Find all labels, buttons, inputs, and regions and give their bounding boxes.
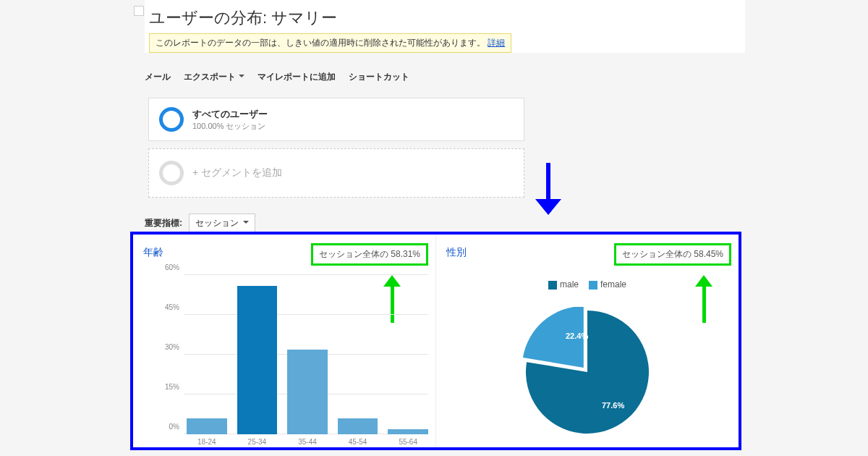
shortcut-button[interactable]: ショートカット: [349, 71, 409, 83]
age-xlabel-25-34: 25-34: [237, 438, 278, 446]
age-xlabel-45-54: 45-54: [338, 438, 378, 446]
legend-male: male: [548, 279, 579, 290]
metric-row: 重要指標: セッション: [145, 214, 255, 233]
age-xlabel-35-44: 35-44: [287, 438, 328, 446]
report-header: ユーザーの分布: サマリー このレポートのデータの一部は、しきい値の適用時に削除…: [145, 0, 745, 53]
pie-label-female: 22.4%: [566, 332, 588, 340]
threshold-warning-banner: このレポートのデータの一部は、しきい値の適用時に削除された可能性があります。 詳…: [149, 33, 511, 53]
age-bar-18-24[interactable]: [187, 418, 227, 434]
segment-ring-icon: [159, 107, 184, 132]
gender-legend: male female: [548, 279, 626, 290]
gender-chart-panel: 性別 セッション全体の 58.45% male female 77.6% 22.…: [436, 235, 739, 447]
charts-highlight-frame: 年齢 セッション全体の 58.31% 0% 15% 30% 45% 60% 18…: [130, 232, 741, 450]
legend-female: female: [589, 279, 626, 290]
age-bar-35-44[interactable]: [287, 350, 328, 434]
banner-text: このレポートのデータの一部は、しきい値の適用時に削除された可能性があります。: [156, 38, 485, 48]
age-bar-55-64[interactable]: [388, 429, 428, 434]
segment-all-users[interactable]: すべてのユーザー 100.00% セッション: [148, 98, 524, 141]
age-bar-45-54[interactable]: [338, 418, 378, 434]
metric-label: 重要指標:: [145, 218, 182, 228]
segment-sub: 100.00% セッション: [192, 121, 268, 132]
segment-label: すべてのユーザー: [192, 108, 268, 121]
add-segment-label: + セグメントを追加: [192, 166, 282, 180]
age-xlabel-18-24: 18-24: [187, 438, 227, 446]
mail-button[interactable]: メール: [145, 71, 171, 83]
age-chart-panel: 年齢 セッション全体の 58.31% 0% 15% 30% 45% 60% 18…: [133, 235, 436, 447]
sidebar-toggle-stub[interactable]: [134, 6, 144, 16]
export-button[interactable]: エクスポート: [184, 71, 244, 83]
metric-selector[interactable]: セッション: [189, 214, 255, 233]
age-bar-chart: 0% 15% 30% 45% 60%: [155, 275, 428, 434]
add-segment-ring-icon: [159, 161, 184, 185]
age-coverage-badge: セッション全体の 58.31%: [311, 243, 428, 266]
report-toolbar: メール エクスポート マイレポートに追加 ショートカット: [145, 71, 409, 83]
gender-pie-chart: 77.6% 22.4%: [522, 307, 652, 440]
gender-coverage-badge: セッション全体の 58.45%: [614, 243, 731, 266]
age-bar-25-34[interactable]: [237, 286, 278, 434]
add-to-myreport-button[interactable]: マイレポートに追加: [258, 71, 336, 83]
page-title: ユーザーの分布: サマリー: [149, 7, 745, 29]
pie-label-male: 77.6%: [602, 401, 624, 410]
add-segment-button[interactable]: + セグメントを追加: [148, 148, 524, 198]
age-xlabel-55-64: 55-64: [388, 438, 428, 446]
annotation-arrow-down: [535, 163, 561, 215]
annotation-arrow-up-gender: [695, 275, 712, 323]
banner-detail-link[interactable]: 詳細: [488, 38, 505, 48]
